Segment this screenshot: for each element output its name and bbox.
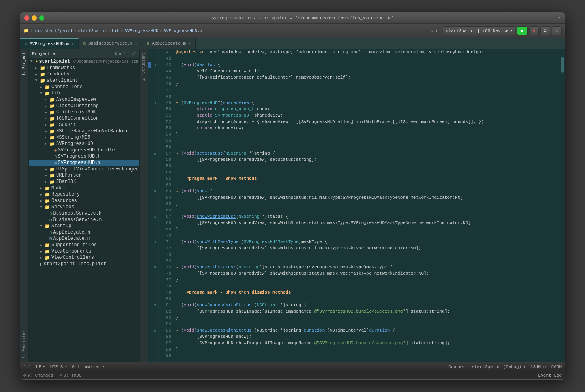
tab-close-1[interactable]: ✕ [135,41,137,46]
tab-svprogresshud-m[interactable]: m SVProgressHUD.m ✕ [20,38,79,49]
tree-star-icon[interactable]: ★ [119,51,121,57]
tree-item-appdelegate-h[interactable]: h AppDelegate.h [29,229,139,236]
fold-marker-81[interactable]: ⊟ [151,302,158,308]
line-num-80: 80 [160,296,171,302]
changes-item[interactable]: ⊙ 9: Changes [23,373,53,378]
tree-item-svprogresshud-bundle[interactable]: ⊙ SVProgressHUD.bundle [29,147,139,153]
fold-marker-75[interactable]: ⊟ [151,264,158,270]
tree-settings-icon[interactable]: ⚙ [114,51,117,57]
tree-item-startup[interactable]: ▼ 📁 Startup [29,223,139,229]
tree-item-root[interactable]: ▼ ● start2paint ~/Documents/Projects/ios… [29,58,139,65]
tree-item-asyncimageview[interactable]: ▶ 📁 AsyncImageView [29,96,139,103]
tree-item-nsstring-md5[interactable]: ▶ 📁 NSString+MD5 [29,134,139,141]
code-content[interactable]: @synthesize overlayWindow, hudView, mask… [173,49,560,362]
tab-appdelegate-m[interactable]: m AppDelegate.m ✕ [142,38,196,49]
line-num-42: 42 [160,55,171,62]
breadcrumb-item-3[interactable]: Lib [111,28,119,33]
panel-label-favorites[interactable]: 2: Favorites [20,327,28,362]
breadcrumb-item-0[interactable]: 📁 [23,28,29,33]
code-line-47 [176,87,557,93]
tree-item-icurlconnection[interactable]: ▶ 📁 ICURLConnection [29,115,139,122]
download-icon[interactable]: ⬇ [430,28,434,34]
fold-marker-63[interactable]: ⊟ [151,188,158,194]
status-context: Context: start2paint (Debug) ▾ [448,364,525,369]
minimize-button[interactable] [32,15,37,21]
tree-plus-icon[interactable]: + [123,51,126,57]
tree-item-infoplist[interactable]: p start2paint-Info.plist [29,261,139,267]
tree-item-lib[interactable]: ▼ 📁 Lib [29,90,139,96]
tree-item-repository[interactable]: ▶ 📁 Repository [29,191,139,198]
encoding-arrow[interactable]: ▾ [65,364,68,369]
fold-marker-49[interactable]: ⊟ [151,100,158,106]
scrollbar-thumb[interactable] [561,57,564,73]
tree-minus-icon[interactable]: − [128,51,130,57]
breadcrumb-item-5[interactable]: SVProgressHUD.m [163,28,202,33]
fold-marker-67[interactable]: ⊟ [151,213,158,220]
tree-item-start2paint[interactable]: ▼ 📁 start2paint [29,77,139,84]
line-num-89: 89 [160,352,171,359]
tree-item-businessservice-m[interactable]: m BusinessService.m [29,217,139,223]
tab-close-2[interactable]: ✕ [188,41,191,46]
folder-icon-uisplitviewcontroller: 📁 [49,167,55,172]
tree-item-resources[interactable]: ▶ 📁 Resources [29,198,139,204]
close-button[interactable] [24,15,29,21]
tree-item-viewcontrollers[interactable]: ▶ 📁 ViewControllers [29,254,139,261]
breadcrumb-item-2[interactable]: start2paint [78,28,107,33]
tree-item-svprogresshud-m[interactable]: m SVProgressHUD.m [29,160,139,166]
fold-marker-57[interactable]: ⊟ [151,150,158,156]
warning-button[interactable]: ⚠ [552,26,562,35]
upload-icon[interactable]: ⬆ [435,28,438,34]
resize-icon[interactable]: ⤢ [557,15,561,21]
tree-item-model[interactable]: ▶ 📁 Model [29,185,139,191]
breadcrumb-item-1[interactable]: ios_start2paint [34,28,73,33]
context-arrow[interactable]: ▾ [523,364,526,369]
vcs-arrow[interactable]: ▾ [102,364,105,369]
tree-item-jsonkit[interactable]: ▶ 📁 JSONKit [29,122,139,128]
panel-label-structure[interactable]: Z: Structure [140,49,148,84]
fold-marker-41 [151,49,158,55]
tree-item-nsfilemanager[interactable]: ▶ 📁 NSFileManager+DoNotBackup [29,128,139,134]
stop-button[interactable]: ■ [529,26,539,35]
todo-item[interactable]: ✓ 6: TODO [60,373,82,378]
fold-marker-69 [151,226,158,232]
fold-marker-85[interactable]: ⊟ [151,327,158,334]
breakpoint-43[interactable] [148,62,151,68]
device-selector[interactable]: start2paint | iOS Device ▾ [443,26,515,35]
tree-label-nsstring-md5: NSString+MD5 [56,135,90,140]
tree-item-services[interactable]: ▼ 📁 Services [29,204,139,210]
file-tree[interactable]: Project ▼ ⚙ ★ + − ⤢ ▼ ● start2paint ~/Do… [29,49,140,362]
line-num-52: 52 [160,119,171,125]
tree-item-controllers[interactable]: ▶ 📁 Controllers [29,84,139,90]
tree-item-crittercismsdk[interactable]: ▶ 📁 CrittercismSDK [29,109,139,115]
tree-item-businessservice-h[interactable]: h BusinessService.h [29,210,139,217]
tree-item-urlparser[interactable]: ▶ 📁 URLParser [29,172,139,179]
tree-item-viewcomponents[interactable]: ▶ 📁 ViewComponents [29,248,139,254]
right-scrollbar[interactable] [560,49,565,362]
fold-marker-43[interactable]: ⊟ [151,62,158,68]
event-log-item[interactable]: Event Log [538,373,562,378]
code-line-66 [176,207,557,213]
tree-item-classclustering[interactable]: ▶ 📁 ClassClustering [29,103,139,109]
tree-item-appdelegate-m[interactable]: m AppDelegate.m [29,236,139,242]
tree-item-svprogresshud-folder[interactable]: ▼ 📁 SVProgressHUD [29,141,139,147]
panel-label-project[interactable]: 1: Project [20,49,28,79]
tree-arrow-icurlconnection: ▶ [45,117,49,121]
tree-expand-icon[interactable]: ⤢ [132,51,136,57]
code-line-70 [176,232,557,239]
tree-item-supporting-files[interactable]: ▶ 📁 Supporting files [29,242,139,248]
tab-close-0[interactable]: ✕ [71,41,74,46]
scheme-button[interactable]: ⚙ [540,26,550,35]
tab-businessservice-m[interactable]: m BusinessService.m ✕ [79,38,142,49]
tree-item-frameworks[interactable]: ▶ 📁 Frameworks [29,65,139,71]
tree-item-svprogresshud-h[interactable]: h SVProgressHUD.h [29,153,139,160]
tree-item-products[interactable]: ▶ 📁 Products [29,71,139,77]
run-button[interactable]: ▶ [517,26,527,35]
fold-marker-71[interactable]: ⊟ [151,239,158,245]
tree-item-uisplitviewcontroller[interactable]: ▶ 📁 UISplitViewController+changedetail [29,166,139,172]
maximize-button[interactable] [39,15,44,21]
lf-arrow[interactable]: ▾ [43,364,45,369]
line-num-59: 59 [160,163,171,169]
tree-item-zbarsdk[interactable]: ▶ 📁 ZBarSDK [29,179,139,185]
code-editor[interactable]: ⊟ ⊟ ⊟ ⊟ [148,49,565,362]
breadcrumb-item-4[interactable]: SVProgressHUD [125,28,159,33]
